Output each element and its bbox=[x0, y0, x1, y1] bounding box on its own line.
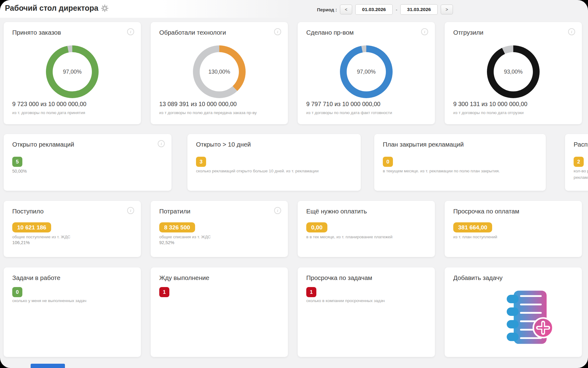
card-title: Принято заказов bbox=[12, 29, 61, 36]
info-icon[interactable] bbox=[421, 28, 428, 35]
add-task-notebook-icon[interactable] bbox=[505, 287, 554, 347]
card-caption: сколько у меня не выполненных задач bbox=[12, 298, 86, 303]
card-value: 9 300 131 из 10 000 000,00 bbox=[453, 101, 527, 108]
card-accepted-orders: Принято заказов 97,00% 9 723 000 из 10 0… bbox=[4, 22, 141, 124]
count-badge: 0 bbox=[12, 287, 22, 297]
card-tasks-in-progress: Задачи в работе 0 сколько у меня не выпо… bbox=[4, 267, 141, 357]
card-open-over-10-days: Открыто > 10 дней 3 сколько рекламаций о… bbox=[187, 134, 361, 191]
period-label: Период : bbox=[317, 7, 337, 12]
card-still-to-pay: Ещё нужно оплатить 0,00 в в тек месяце, … bbox=[298, 201, 435, 257]
card-caption: сколько в компании просроченных задач bbox=[306, 298, 385, 303]
card-tasks-overdue: Просрочка по задачам 1 сколько в компани… bbox=[298, 267, 435, 357]
card-title: Сделано пр-вом bbox=[306, 29, 354, 36]
card-sub-percent: 92,52% bbox=[159, 240, 174, 245]
card-title: Поступило bbox=[12, 208, 43, 215]
donut-percent-label: 93,00% bbox=[504, 69, 522, 75]
card-caption: в текущем месяце. из т. рекламации по по… bbox=[383, 169, 500, 173]
card-caption: общие списания из т. ЖДС bbox=[159, 235, 211, 239]
card-add-task: Добавить задачу bbox=[445, 267, 582, 357]
amount-pill: 10 621 186 bbox=[12, 222, 51, 232]
bottom-blue-strip bbox=[31, 364, 65, 368]
card-payment-overdue: Просрочка по оплатам 381 664,00 из т. пл… bbox=[445, 201, 582, 257]
card-title: Потратили bbox=[159, 208, 190, 215]
dashboard-screen: Рабочий стол директора Период : < - > Пр… bbox=[0, 0, 588, 368]
card-title: План закрытия рекламаций bbox=[383, 141, 464, 148]
page-title: Рабочий стол директора bbox=[5, 4, 109, 13]
count-badge: 2 bbox=[574, 157, 584, 167]
card-made-by-production: Сделано пр-вом 97,00% 9 797 710 из 10 00… bbox=[298, 22, 435, 124]
count-badge: 5 bbox=[12, 157, 22, 167]
count-badge: 1 bbox=[159, 287, 169, 297]
card-title: Просрочка по оплатам bbox=[453, 208, 519, 215]
info-icon[interactable] bbox=[568, 28, 575, 35]
card-title: Отгрузили bbox=[453, 29, 484, 36]
count-badge: 3 bbox=[196, 157, 206, 167]
card-value: 9 723 000 из 10 000 000,00 bbox=[12, 101, 86, 108]
card-title: Обработали технологи bbox=[159, 29, 226, 36]
donut-center: 93,00% bbox=[494, 52, 533, 91]
info-icon[interactable] bbox=[158, 140, 165, 147]
card-sub-percent: 106,21% bbox=[12, 240, 30, 245]
card-open-claims: Открыто рекламаций 5 50,00% bbox=[4, 134, 172, 191]
card-title: Задачи в работе bbox=[12, 274, 60, 282]
donut-center: 97,00% bbox=[53, 52, 92, 91]
card-spent-money: Потратили 8 326 500 общие списания из т.… bbox=[151, 201, 288, 257]
count-badge: 1 bbox=[306, 287, 316, 297]
card-claims-distribution-clipped: Распред 2 кол-во рек рекламаци bbox=[565, 134, 588, 191]
card-title: Открыто > 10 дней bbox=[196, 141, 251, 148]
donut-chart: 97,00% bbox=[340, 45, 393, 98]
donut-chart: 93,00% bbox=[487, 45, 540, 98]
card-title: Просрочка по задачам bbox=[306, 274, 372, 282]
card-caption: из т договоры по полю дата отгрузки bbox=[453, 110, 524, 115]
period-range-separator: - bbox=[396, 7, 397, 12]
info-icon[interactable] bbox=[274, 207, 281, 214]
card-title: Жду выполнение bbox=[159, 274, 209, 282]
period-selector: Период : < - > bbox=[317, 4, 453, 15]
period-next-button[interactable]: > bbox=[441, 5, 453, 14]
donut-center: 130,00% bbox=[200, 52, 239, 91]
period-date-to-input[interactable] bbox=[400, 4, 438, 15]
card-caption: из т договоры по полю дата факт готовнос… bbox=[306, 110, 392, 115]
info-icon[interactable] bbox=[127, 207, 134, 214]
period-date-from-input[interactable] bbox=[355, 4, 393, 15]
card-title: Открыто рекламаций bbox=[12, 141, 74, 148]
settings-gear-icon[interactable] bbox=[101, 4, 109, 12]
page-title-text: Рабочий стол директора bbox=[5, 4, 98, 13]
card-caption: из т. план поступлений bbox=[453, 235, 497, 239]
donut-chart: 97,00% bbox=[46, 45, 99, 98]
card-value: 9 797 710 из 10 000 000,00 bbox=[306, 101, 380, 108]
count-badge: 0 bbox=[383, 157, 393, 167]
amount-pill: 0,00 bbox=[306, 222, 327, 232]
card-caption: из т договоры по полю дата передача зака… bbox=[159, 110, 257, 115]
donut-center: 97,00% bbox=[347, 52, 386, 91]
card-value: 13 089 391 из 10 000 000,00 bbox=[159, 101, 237, 108]
card-title: Ещё нужно оплатить bbox=[306, 208, 367, 215]
donut-chart: 130,00% bbox=[193, 45, 246, 98]
card-caption: из т. договоры по полю дата принятия bbox=[12, 110, 85, 115]
card-shipped: Отгрузили 93,00% 9 300 131 из 10 000 000… bbox=[445, 22, 582, 124]
card-sub-percent: 50,00% bbox=[12, 169, 27, 174]
card-caption: сколько рекламаций открыто больше 10 дне… bbox=[196, 169, 318, 173]
card-title: Распред bbox=[574, 141, 588, 148]
card-awaiting-completion: Жду выполнение 1 bbox=[151, 267, 288, 357]
card-caption-line2: рекламаци bbox=[574, 175, 588, 180]
card-caption: в в тек месяце, из т. планирование плате… bbox=[306, 235, 393, 239]
donut-percent-label: 97,00% bbox=[63, 69, 81, 75]
card-claims-closing-plan: План закрытия рекламаций 0 в текущем мес… bbox=[374, 134, 546, 191]
amount-pill: 381 664,00 bbox=[453, 222, 492, 232]
info-icon[interactable] bbox=[274, 28, 281, 35]
card-title: Добавить задачу bbox=[453, 274, 503, 282]
info-icon[interactable] bbox=[127, 28, 134, 35]
card-processed-by-technologists: Обработали технологи 130,00% 13 089 391 … bbox=[151, 22, 288, 124]
donut-percent-label: 130,00% bbox=[208, 69, 230, 75]
period-prev-button[interactable]: < bbox=[340, 5, 352, 14]
donut-percent-label: 97,00% bbox=[357, 69, 375, 75]
card-caption: общие поступление из т. ЖДС bbox=[12, 235, 70, 239]
amount-pill: 8 326 500 bbox=[159, 222, 195, 232]
card-caption-line1: кол-во рек bbox=[574, 169, 588, 173]
card-received-money: Поступило 10 621 186 общие поступление и… bbox=[4, 201, 141, 257]
